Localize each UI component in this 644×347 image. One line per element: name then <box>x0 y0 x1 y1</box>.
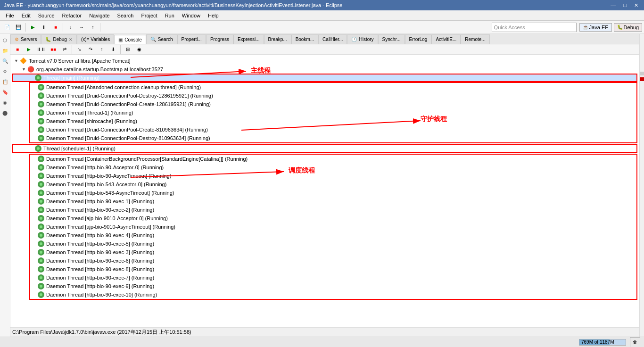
daemon-icon-4 <box>38 109 44 116</box>
tree-daemon-2[interactable]: Daemon Thread [Druid-ConnectionPool-Dest… <box>30 91 636 100</box>
tree-daemon-g2-13[interactable]: Daemon Thread [http-bio-90-exec-6] (Runn… <box>30 256 636 265</box>
history-icon: 🕐 <box>351 37 357 42</box>
menu-file[interactable]: File <box>2 12 18 19</box>
step-detail-btn[interactable]: ⬇ <box>108 44 118 55</box>
tree-daemon-g2-7[interactable]: Daemon Thread [http-bio-90-exec-2] (Runn… <box>30 206 636 214</box>
maximize-button[interactable]: □ <box>621 2 628 8</box>
step-into[interactable]: ↓ <box>65 22 75 33</box>
step-over[interactable]: → <box>76 22 87 33</box>
menu-search[interactable]: Search <box>114 12 138 19</box>
content-area: ⚙ Servers 🐛 Debug ✕ (x)= Variables ▣ Con… <box>10 34 639 337</box>
resume-button[interactable]: ▶ <box>24 44 34 55</box>
sidebar-icon-3[interactable]: 🔍 <box>1 57 9 65</box>
sidebar-icon-4[interactable]: ⚙ <box>1 67 9 75</box>
debug-perspective-button[interactable]: 🐛 Debug <box>614 23 642 32</box>
tree-daemon-1[interactable]: Daemon Thread [Abandoned connection clea… <box>30 83 636 91</box>
tree-server-node[interactable]: ▼ 🔶 Tomcat v7.0 Server at libra [Apache … <box>12 57 637 65</box>
tree-daemon-g2-14[interactable]: Daemon Thread [http-bio-90-exec-8] (Runn… <box>30 265 636 273</box>
step-into-btn[interactable]: ↘ <box>74 44 84 55</box>
menu-navigate[interactable]: Navigate <box>85 12 113 19</box>
pause-button[interactable]: ⏸ <box>39 22 50 33</box>
tree-daemon-6[interactable]: Daemon Thread [Druid-ConnectionPool-Crea… <box>30 125 636 134</box>
stop-all-button[interactable]: ■■ <box>48 44 58 55</box>
menu-source[interactable]: Source <box>34 12 58 19</box>
server-icon: 🔶 <box>20 58 27 64</box>
disconnect-button[interactable]: ⇌ <box>59 44 70 55</box>
menu-run[interactable]: Run <box>161 12 178 19</box>
step-over-btn[interactable]: ↷ <box>85 44 96 55</box>
tree-daemon-g2-1[interactable]: Daemon Thread [ContainerBackgroundProces… <box>30 155 636 163</box>
menu-help[interactable]: Help <box>204 12 223 19</box>
tree-daemon-g2-9[interactable]: Daemon Thread [ajp-bio-9010-AsyncTimeout… <box>30 223 636 231</box>
tree-daemon-g2-5[interactable]: Daemon Thread [http-bio-543-AsyncTimeout… <box>30 189 636 197</box>
daemon-icon-3 <box>38 101 44 107</box>
tab-servers[interactable]: ⚙ Servers <box>10 34 41 44</box>
suspend-all-button[interactable]: ⏸⏸ <box>35 44 47 55</box>
tree-daemon-g2-3[interactable]: Daemon Thread [http-bio-90-AsyncTimeout]… <box>30 172 636 180</box>
tree-daemon-5[interactable]: Daemon Thread [shirocache] (Running) <box>30 117 636 125</box>
tab-variables[interactable]: (x)= Variables <box>77 34 114 44</box>
gc-button[interactable]: 🗑 <box>630 337 640 347</box>
menu-edit[interactable]: Edit <box>18 12 34 19</box>
sidebar-icon-8[interactable]: ⬤ <box>1 108 9 117</box>
debug-run-button[interactable]: ▶ <box>28 22 38 33</box>
tab-console[interactable]: ▣ Console <box>114 35 146 44</box>
tree-daemon-g2-15[interactable]: Daemon Thread [http-bio-90-exec-7] (Runn… <box>30 273 636 282</box>
sidebar-icon-7[interactable]: ◉ <box>1 98 9 107</box>
menu-project[interactable]: Project <box>137 12 161 19</box>
tab-synchronize[interactable]: Synchr... <box>378 34 405 44</box>
sidebar-icon-1[interactable]: ⬡ <box>1 36 9 44</box>
use-step-filter-btn[interactable]: ⊟ <box>123 44 133 55</box>
tab-breakpoints[interactable]: Breakp... <box>264 34 291 44</box>
sidebar-icon-2[interactable]: 📁 <box>1 46 9 55</box>
tab-expressions[interactable]: Expressi... <box>233 34 264 44</box>
minimize-button[interactable]: — <box>609 2 618 8</box>
monitor-btn[interactable]: ◉ <box>134 44 144 55</box>
tab-history[interactable]: 🕐 History <box>347 34 378 44</box>
tree-main-thread[interactable]: Thread [main] (Running) <box>12 74 637 82</box>
tab-progress[interactable]: Progress <box>206 34 233 44</box>
close-button[interactable]: ✕ <box>632 2 640 8</box>
java-ee-button[interactable]: ☕ Java EE <box>579 23 612 32</box>
terminate-button[interactable]: ■ <box>12 44 23 55</box>
tree-bootstrap-node[interactable]: ▼ 🔴 org.apache.catalina.startup.Bootstra… <box>12 65 637 74</box>
tab-search[interactable]: 🔍 Search <box>146 34 177 44</box>
stop-button[interactable]: ■ <box>50 22 61 33</box>
menu-window[interactable]: Window <box>178 12 204 19</box>
tab-properties[interactable]: Properti... <box>177 34 206 44</box>
sidebar-icon-5[interactable]: 📋 <box>1 77 9 86</box>
expand-icon: ▼ <box>14 58 20 63</box>
menu-refactor[interactable]: Refactor <box>58 12 86 19</box>
tab-activiti[interactable]: ActivitiE... <box>431 34 461 44</box>
quick-access-box[interactable]: Quick Access <box>492 23 577 32</box>
tab-bookmarks[interactable]: Bookm... <box>291 34 318 44</box>
step-return-btn[interactable]: ↑ <box>97 44 107 55</box>
tree-daemon-g2-8[interactable]: Daemon Thread [ajp-bio-9010-Acceptor-0] … <box>30 214 636 223</box>
new-button[interactable]: 📄 <box>2 22 12 33</box>
sidebar-icon-6[interactable]: 🔖 <box>1 88 9 96</box>
tree-daemon-g2-4[interactable]: Daemon Thread [http-bio-543-Acceptor-0] … <box>30 180 636 189</box>
tree-daemon-g2-17[interactable]: Daemon Thread [http-bio-90-exec-10] (Run… <box>30 290 636 299</box>
memory-bar[interactable]: 769M of 1187M <box>579 339 626 346</box>
separator-2 <box>63 23 63 32</box>
tree-daemon-g2-12[interactable]: Daemon Thread [http-bio-90-exec-3] (Runn… <box>30 248 636 256</box>
tree-daemon-7[interactable]: Daemon Thread [Druid-ConnectionPool-Dest… <box>30 134 636 142</box>
console-content[interactable]: ▼ 🔶 Tomcat v7.0 Server at libra [Apache … <box>10 55 639 327</box>
tab-remote[interactable]: Remote... <box>461 34 489 44</box>
status-bar: 769M of 1187M 🗑 <box>0 337 644 347</box>
tree-scheduler-thread[interactable]: Thread [scheduler-1] (Running) <box>12 144 637 153</box>
tree-daemon-g2-2[interactable]: Daemon Thread [http-bio-90-Acceptor-0] (… <box>30 163 636 172</box>
tab-debug-close[interactable]: ✕ <box>69 37 73 42</box>
tab-callhierarchy[interactable]: CallHier... <box>318 34 347 44</box>
tab-errorlog[interactable]: ErrorLog <box>405 34 432 44</box>
tab-debug[interactable]: 🐛 Debug ✕ <box>41 34 76 44</box>
tree-daemon-3[interactable]: Daemon Thread [Druid-ConnectionPool-Crea… <box>30 100 636 108</box>
save-button[interactable]: 💾 <box>13 22 24 33</box>
main-thread-label: Thread [main] (Running) <box>43 75 99 81</box>
tree-daemon-g2-11[interactable]: Daemon Thread [http-bio-90-exec-5] (Runn… <box>30 240 636 248</box>
tree-daemon-g2-16[interactable]: Daemon Thread [http-bio-90-exec-9] (Runn… <box>30 282 636 290</box>
tree-daemon-g2-6[interactable]: Daemon Thread [http-bio-90-exec-1] (Runn… <box>30 197 636 206</box>
tree-daemon-g2-10[interactable]: Daemon Thread [http-bio-90-exec-4] (Runn… <box>30 231 636 240</box>
tree-daemon-4[interactable]: Daemon Thread [Thread-1] (Running) <box>30 108 636 117</box>
step-return[interactable]: ↑ <box>88 22 98 33</box>
